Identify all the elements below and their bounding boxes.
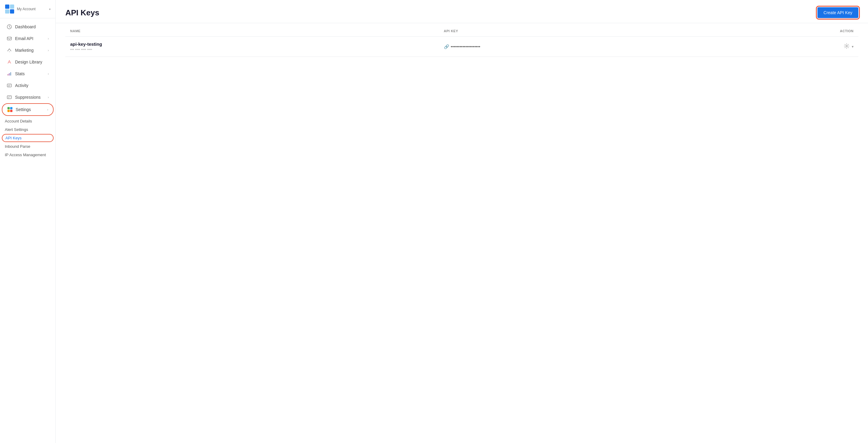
subnav-alert-settings[interactable]: Alert Settings: [0, 126, 55, 134]
design-library-icon: [7, 59, 12, 65]
col-header-api-key: API KEY: [444, 29, 818, 33]
subnav-api-keys[interactable]: API Keys: [2, 134, 54, 142]
email-api-chevron-icon: ›: [48, 37, 49, 40]
col-header-action: ACTION: [817, 29, 854, 33]
create-api-key-button[interactable]: Create API Key: [817, 7, 858, 18]
sidebar-item-activity[interactable]: Activity: [2, 80, 54, 91]
sidebar-dashboard-label: Dashboard: [15, 24, 49, 29]
sidebar-design-library-label: Design Library: [15, 60, 49, 64]
svg-point-6: [9, 52, 10, 52]
action-cell: ▾: [817, 42, 854, 51]
sidebar-settings-label: Settings: [16, 107, 44, 112]
sidebar-item-settings[interactable]: Settings ›: [2, 103, 54, 116]
suppressions-chevron-icon: ›: [48, 96, 49, 99]
subnav-inbound-parse[interactable]: Inbound Parse: [0, 142, 55, 150]
subnav-account-details[interactable]: Account Details: [0, 117, 55, 125]
account-name: My Account: [17, 7, 47, 11]
table-row: api-key-testing ••• •••• •••• •••• 🔗 •••…: [65, 37, 858, 57]
sidebar-email-api-label: Email API: [15, 36, 45, 41]
page-title: API Keys: [65, 8, 99, 18]
svg-rect-0: [5, 4, 9, 9]
sidebar-marketing-label: Marketing: [15, 48, 45, 53]
svg-rect-20: [10, 110, 12, 112]
svg-rect-2: [5, 9, 9, 13]
col-header-name: NAME: [70, 29, 444, 33]
sidebar: My Account ▾ Dashboard Email API › Marke…: [0, 0, 56, 443]
sidebar-item-dashboard[interactable]: Dashboard: [2, 21, 54, 33]
main-content: API Keys Create API Key NAME API KEY ACT…: [56, 0, 868, 443]
svg-rect-8: [7, 74, 8, 75]
table-header: NAME API KEY ACTION: [65, 26, 858, 37]
svg-rect-9: [9, 73, 10, 75]
svg-rect-14: [7, 96, 11, 99]
stats-chevron-icon: ›: [48, 72, 49, 75]
gear-button[interactable]: [843, 42, 850, 51]
sidebar-item-email-api[interactable]: Email API ›: [2, 33, 54, 44]
svg-point-21: [846, 45, 847, 47]
account-chevron-icon: ▾: [49, 7, 51, 11]
activity-icon: [7, 83, 12, 88]
subnav-ip-access-management[interactable]: IP Access Management: [0, 151, 55, 159]
stats-icon: [7, 71, 12, 76]
api-key-name-cell: api-key-testing ••• •••• •••• ••••: [70, 41, 444, 52]
link-icon: 🔗: [444, 44, 449, 49]
svg-rect-10: [10, 72, 11, 75]
action-chevron-icon: ▾: [852, 44, 854, 49]
sidebar-item-marketing[interactable]: Marketing ›: [2, 44, 54, 56]
marketing-chevron-icon: ›: [48, 49, 49, 52]
svg-rect-3: [10, 9, 14, 13]
api-key-value-cell: 🔗 ••••••••••••••••••••: [444, 44, 818, 49]
dashboard-icon: [7, 24, 12, 30]
sidebar-suppressions-label: Suppressions: [15, 95, 45, 100]
api-key-sub-label: ••• •••• •••• ••••: [70, 47, 444, 52]
svg-rect-17: [7, 107, 10, 109]
api-key-masked: ••••••••••••••••••••: [451, 44, 480, 49]
api-key-name: api-key-testing: [70, 41, 444, 47]
svg-rect-1: [10, 4, 14, 9]
svg-rect-19: [7, 110, 10, 112]
email-api-icon: [7, 36, 12, 41]
settings-icon: [7, 107, 13, 112]
sidebar-nav: Dashboard Email API › Marketing › Design…: [0, 19, 55, 443]
app-logo: [5, 4, 14, 14]
sidebar-item-stats[interactable]: Stats ›: [2, 68, 54, 79]
sidebar-stats-label: Stats: [15, 71, 45, 76]
gear-icon: [844, 43, 849, 49]
sidebar-item-design-library[interactable]: Design Library: [2, 56, 54, 68]
sidebar-item-suppressions[interactable]: Suppressions ›: [2, 92, 54, 103]
svg-rect-18: [10, 107, 12, 109]
marketing-icon: [7, 47, 12, 53]
settings-subnav: Account Details Alert Settings API Keys …: [0, 116, 55, 162]
api-keys-table-container: NAME API KEY ACTION api-key-testing ••• …: [56, 23, 868, 443]
sidebar-activity-label: Activity: [15, 83, 49, 88]
main-header: API Keys Create API Key: [56, 0, 868, 23]
svg-rect-5: [7, 37, 11, 40]
settings-chevron-icon: ›: [47, 108, 48, 111]
sidebar-header[interactable]: My Account ▾: [0, 0, 55, 19]
svg-rect-11: [7, 84, 11, 87]
suppressions-icon: [7, 95, 12, 100]
